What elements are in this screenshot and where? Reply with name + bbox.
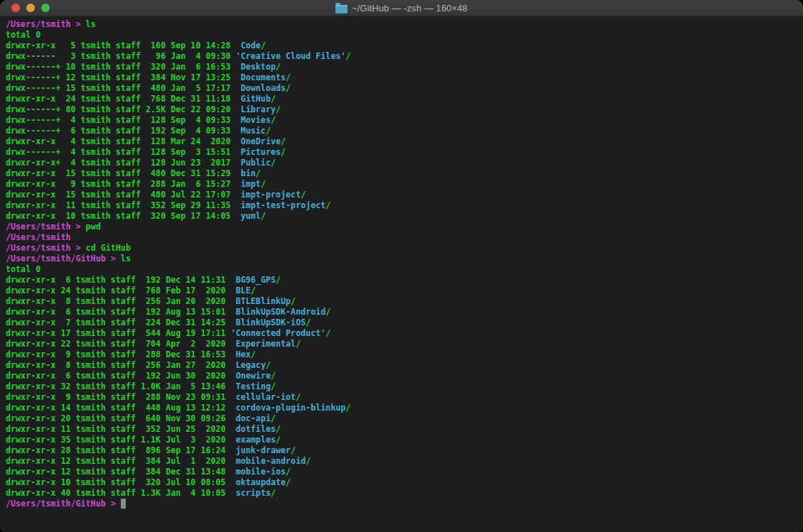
terminal-line: /Users/tsmith > pwd [6, 222, 803, 232]
type-indicator: / [296, 392, 301, 402]
file-details: drwxr-xr-x 40 tsmith staff 1.3K Jan 4 10… [6, 488, 231, 498]
terminal-line: drwxr-xr-x 12 tsmith staff 384 Jul 1 202… [6, 456, 803, 467]
dir-name: Music [236, 126, 266, 136]
file-details: drwxr-xr-x 6 tsmith staff 192 Dec 14 11:… [6, 275, 231, 285]
prompt: /Users/tsmith > [6, 19, 86, 29]
pwd-output: /Users/tsmith [6, 232, 70, 242]
file-details: drwxr-xr-x 10 tsmith staff 320 Sep 17 14… [6, 211, 236, 221]
titlebar[interactable]: ~/GitHub — -zsh — 160×48 [0, 0, 803, 16]
terminal-line: drwx------+ 4 tsmith staff 128 Sep 4 09:… [6, 115, 803, 126]
terminal-line: /Users/tsmith > ls [6, 19, 803, 30]
dir-name: Documents [236, 72, 286, 82]
terminal-line: drwxr-xr-x 35 tsmith staff 1.1K Jul 3 20… [6, 435, 803, 445]
prompt: /Users/tsmith/GitHub > [6, 499, 121, 509]
dir-name: BlinkUpSDK-iOS [231, 317, 306, 327]
terminal-line: total 0 [6, 30, 803, 40]
terminal-line: drwxr-xr-x 28 tsmith staff 896 Sep 17 16… [6, 445, 803, 456]
dir-name: Downloads [236, 83, 286, 93]
type-indicator: / [346, 403, 351, 413]
dir-name: BTLEBlinkUp [231, 296, 291, 306]
terminal-line: drwxr-xr-x 10 tsmith staff 320 Jul 10 08… [6, 477, 803, 488]
file-details: drwx------+ 80 tsmith staff 2.5K Dec 22 … [6, 104, 236, 114]
close-button[interactable] [11, 4, 20, 12]
dir-name: GitHub [236, 94, 271, 104]
type-indicator: / [306, 317, 311, 327]
type-indicator: / [281, 147, 286, 157]
type-indicator: / [271, 381, 276, 391]
type-indicator: / [301, 190, 306, 200]
dir-name: Code [236, 40, 261, 50]
type-indicator: / [271, 371, 276, 381]
type-indicator: / [271, 94, 276, 104]
dir-name: BLE [231, 286, 251, 295]
file-details: drwxr-xr-x 20 tsmith staff 640 Nov 30 09… [6, 413, 231, 423]
terminal-line: drwxr-xr-x 7 tsmith staff 224 Dec 31 14:… [6, 317, 803, 328]
folder-icon [335, 5, 347, 13]
terminal-line: /Users/tsmith [6, 232, 803, 243]
terminal-line: drwxr-xr-x 40 tsmith staff 1.3K Jan 4 10… [6, 488, 803, 499]
dir-name: Experimental [231, 339, 296, 349]
dir-name: Pictures [236, 147, 281, 157]
type-indicator: / [325, 328, 330, 338]
file-details: drwxr-xr-x 28 tsmith staff 896 Sep 17 16… [6, 445, 231, 455]
file-details: drwxr-xr-x 12 tsmith staff 384 Jul 1 202… [6, 456, 231, 466]
zoom-button[interactable] [41, 4, 50, 12]
terminal-screen[interactable]: /Users/tsmith > lstotal 0drwxr-xr-x 5 ts… [0, 16, 803, 532]
type-indicator: / [266, 360, 271, 370]
terminal-line: drwxr-xr-x 4 tsmith staff 128 Mar 24 202… [6, 136, 803, 147]
dir-name: cellular-iot [231, 392, 296, 402]
file-details: drwxr-xr-x 15 tsmith staff 480 Jul 22 17… [6, 190, 236, 200]
dir-name: BG96_GPS [231, 275, 276, 285]
dir-name: impt-test-project [236, 200, 326, 210]
terminal-line: drwxr-xr-x 9 tsmith staff 288 Dec 31 16:… [6, 349, 803, 360]
dir-name: cordova-plugin-blinkup [231, 403, 346, 413]
window-title: ~/GitHub — -zsh — 160×48 [352, 3, 468, 13]
dir-name: BlinkUpSDK-Android [231, 307, 326, 317]
dir-name: examples [231, 435, 276, 445]
type-indicator: / [266, 126, 271, 136]
terminal-line: drwxr-xr-x 6 tsmith staff 192 Jun 30 202… [6, 371, 803, 381]
dir-name: 'Creative Cloud Files' [236, 51, 346, 61]
terminal-line: drwxr-xr-x 8 tsmith staff 256 Jan 20 202… [6, 296, 803, 307]
type-indicator: / [276, 62, 281, 72]
prompt: /Users/tsmith > [6, 243, 86, 253]
type-indicator: / [261, 211, 266, 221]
file-details: drwxr-xr-x 24 tsmith staff 768 Dec 31 11… [6, 94, 236, 104]
type-indicator: / [251, 349, 256, 359]
prompt: /Users/tsmith > [6, 222, 86, 232]
dir-name: OneDrive [236, 136, 281, 146]
file-details: drwxr-xr-x 4 tsmith staff 128 Mar 24 202… [6, 136, 236, 146]
terminal-line: drwx------ 3 tsmith staff 96 Jan 4 09:30… [6, 51, 803, 62]
terminal-line: drwxr-xr-x 5 tsmith staff 160 Sep 10 14:… [6, 40, 803, 51]
terminal-line: drwxr-xr-x 15 tsmith staff 480 Dec 31 15… [6, 168, 803, 179]
file-details: drwx------+ 12 tsmith staff 384 Nov 17 1… [6, 72, 236, 82]
terminal-line: drwxr-xr-x 24 tsmith staff 768 Feb 17 20… [6, 286, 803, 296]
command: pwd [86, 222, 101, 232]
file-details: drwx------+ 6 tsmith staff 192 Sep 4 09:… [6, 126, 236, 136]
type-indicator: / [251, 286, 256, 295]
terminal-line: drwxr-xr-x 8 tsmith staff 256 Jan 27 202… [6, 360, 803, 371]
terminal-window: ~/GitHub — -zsh — 160×48 /Users/tsmith >… [0, 0, 803, 532]
dir-name: Desktop [236, 62, 276, 72]
type-indicator: / [261, 179, 266, 189]
dir-name: impt-project [236, 190, 301, 200]
type-indicator: / [281, 136, 286, 146]
terminal-line: drwx------+ 10 tsmith staff 320 Jan 6 16… [6, 62, 803, 72]
type-indicator: / [286, 467, 291, 477]
type-indicator: / [271, 413, 276, 423]
file-details: drwxr-xr-x 24 tsmith staff 768 Feb 17 20… [6, 286, 231, 295]
dir-name: mobile-android [231, 456, 306, 466]
terminal-line: /Users/tsmith > cd GitHub [6, 243, 803, 254]
dir-name: mobile-ios [231, 467, 286, 477]
traffic-lights [11, 0, 50, 16]
command: ls [86, 19, 96, 29]
type-indicator: / [286, 72, 291, 82]
type-indicator: / [325, 200, 330, 210]
type-indicator: / [271, 488, 276, 498]
file-details: drwxr-xr-x 8 tsmith staff 256 Jan 20 202… [6, 296, 231, 306]
dir-name: Onewire [231, 371, 271, 381]
type-indicator: / [346, 51, 351, 61]
file-details: drwx------+ 4 tsmith staff 128 Sep 4 09:… [6, 115, 236, 125]
minimize-button[interactable] [26, 4, 35, 12]
dir-name: scripts [231, 488, 271, 498]
